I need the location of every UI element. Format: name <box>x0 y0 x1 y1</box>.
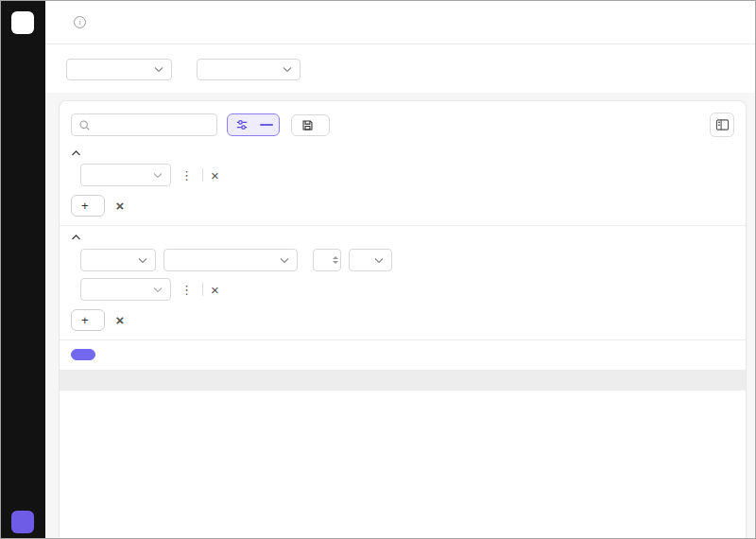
chevron-down-icon <box>138 257 147 264</box>
recordings-panel: ⋮ × + × <box>59 100 747 539</box>
conditions-button[interactable] <box>227 113 280 136</box>
content-area: ⋮ × + × <box>45 93 756 539</box>
search-icon <box>78 119 91 131</box>
section-divider <box>60 339 746 340</box>
chevron-down-icon <box>153 287 163 293</box>
chevron-down-icon <box>153 172 163 179</box>
playlists-filter-group <box>66 53 172 80</box>
app-window: i <box>0 0 756 539</box>
section-actions-row: + × <box>71 309 746 331</box>
chevron-down-icon <box>154 66 163 73</box>
run-query-button[interactable] <box>71 349 95 360</box>
search-box <box>71 113 217 136</box>
filter-bar <box>45 44 756 93</box>
condition-field-select[interactable] <box>80 278 171 301</box>
chevron-down-icon <box>374 257 384 264</box>
add-condition-button[interactable]: + <box>71 195 105 217</box>
sliders-icon <box>235 118 249 131</box>
clear-all-button[interactable]: × <box>116 313 129 327</box>
collapse-section-button[interactable] <box>71 234 81 241</box>
chevron-down-icon <box>280 257 289 264</box>
remove-condition-icon[interactable]: × <box>211 168 219 183</box>
clear-icon: × <box>116 199 125 213</box>
remove-condition-icon[interactable]: × <box>211 283 219 297</box>
separator <box>202 283 203 296</box>
panel-toolbar <box>60 113 746 137</box>
recordings-table <box>60 370 746 391</box>
section-actions-row: + × <box>71 195 746 217</box>
event-order-select[interactable] <box>80 249 156 271</box>
where-condition-row: ⋮ × <box>73 278 746 301</box>
table-header-row <box>60 370 746 391</box>
page-header: i <box>45 0 756 44</box>
sidebar <box>0 0 45 539</box>
key-events-config-row <box>73 249 746 271</box>
clear-icon: × <box>116 313 125 327</box>
playlists-select[interactable] <box>66 59 172 80</box>
condition-field-select[interactable] <box>80 164 171 186</box>
time-period-select[interactable] <box>197 59 301 80</box>
plus-icon: + <box>81 199 89 213</box>
key-event-filters-section-header <box>60 234 746 241</box>
within-number-input[interactable] <box>313 249 341 271</box>
search-input[interactable] <box>96 119 210 130</box>
user-avatar[interactable] <box>11 511 34 533</box>
chevron-up-icon <box>71 234 81 241</box>
table-columns-icon <box>715 118 730 131</box>
user-company-filters-section-header <box>60 149 746 157</box>
condition-menu-kebab-icon[interactable]: ⋮ <box>179 284 195 296</box>
conditions-count-badge <box>260 124 273 126</box>
plus-icon: + <box>81 313 89 327</box>
section-divider <box>60 225 746 226</box>
number-stepper[interactable] <box>333 256 338 264</box>
manage-columns-button[interactable] <box>710 113 734 137</box>
main-area: i <box>45 0 756 539</box>
clear-all-button[interactable]: × <box>116 199 129 213</box>
where-condition-row: ⋮ × <box>73 164 746 186</box>
save-playlist-button[interactable] <box>291 114 330 136</box>
time-period-filter-group <box>197 53 301 80</box>
add-condition-button[interactable]: + <box>71 309 105 331</box>
chevron-up-icon <box>71 149 81 157</box>
info-icon[interactable]: i <box>74 16 86 28</box>
time-unit-select[interactable] <box>349 249 392 271</box>
save-icon <box>301 119 314 131</box>
userpilot-logo[interactable] <box>11 11 34 34</box>
chevron-down-icon <box>283 66 292 73</box>
separator <box>202 168 203 182</box>
condition-menu-kebab-icon[interactable]: ⋮ <box>179 169 195 182</box>
event-scope-select[interactable] <box>163 249 298 271</box>
collapse-section-button[interactable] <box>71 149 81 157</box>
